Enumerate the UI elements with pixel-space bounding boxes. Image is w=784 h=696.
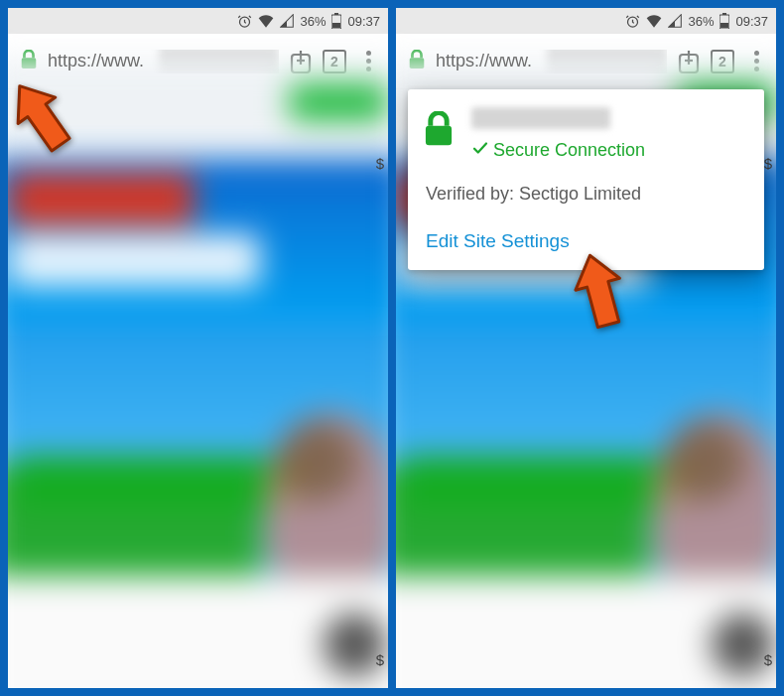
svg-rect-2 — [334, 13, 338, 15]
signal-icon — [280, 14, 294, 28]
screenshot-right: 36% 09:37 https://www. 2 $ $ — [396, 8, 776, 688]
url-text: https://www. — [48, 51, 144, 71]
wifi-icon — [258, 14, 274, 28]
clock-text: 09:37 — [347, 14, 380, 29]
android-statusbar: 36% 09:37 — [8, 8, 388, 34]
alarm-icon — [625, 14, 640, 29]
svg-rect-10 — [722, 13, 726, 15]
svg-rect-3 — [332, 23, 340, 28]
wifi-icon — [646, 14, 662, 28]
svg-rect-16 — [426, 126, 452, 146]
url-text: https://www. — [436, 51, 532, 71]
dollar-mark: $ — [764, 651, 772, 668]
battery-icon — [719, 13, 729, 29]
lock-icon — [424, 111, 454, 151]
battery-percent: 36% — [688, 14, 714, 29]
dollar-mark: $ — [764, 155, 772, 172]
android-statusbar: 36% 09:37 — [396, 8, 776, 34]
dollar-mark: $ — [376, 651, 384, 668]
screenshot-left: 36% 09:37 https://www. 2 $ $ — [8, 8, 388, 688]
battery-percent: 36% — [300, 14, 326, 29]
site-info-popup: Secure Connection Verified by: Sectigo L… — [408, 89, 764, 270]
battery-icon — [331, 13, 341, 29]
edit-site-settings-link[interactable]: Edit Site Settings — [426, 230, 570, 252]
svg-rect-11 — [720, 23, 728, 28]
verified-by-label: Verified by: Sectigo Limited — [426, 184, 748, 205]
secure-connection-label: Secure Connection — [471, 139, 748, 162]
alarm-icon — [237, 14, 252, 29]
secure-text: Secure Connection — [493, 140, 645, 161]
check-icon — [471, 139, 489, 162]
dollar-mark: $ — [376, 155, 384, 172]
signal-icon — [668, 14, 682, 28]
site-name-redacted — [471, 107, 610, 129]
clock-text: 09:37 — [735, 14, 768, 29]
page-content-blurred — [8, 60, 388, 688]
